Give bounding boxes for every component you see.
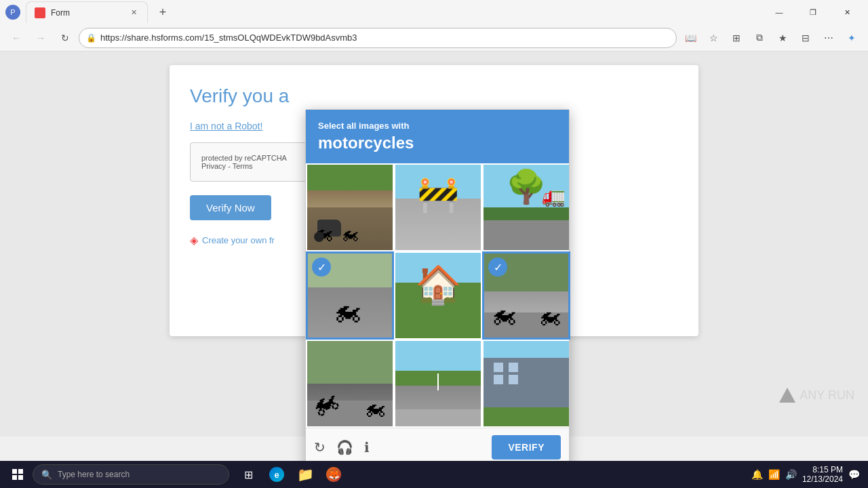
captcha-cell-7[interactable]: [394, 340, 482, 428]
toolbar-buttons: 📖 ☆ ⊞ ⧉ ★ ⊟ ⋯ ✦: [679, 27, 863, 49]
captcha-image-4: 🏠: [395, 253, 481, 338]
captcha-image-5: ✓ 🏍 🏍: [484, 253, 568, 338]
collections-list-button[interactable]: ⊟: [795, 27, 816, 49]
firefox-icon[interactable]: 🦊: [320, 461, 347, 488]
truck-icon: 🚛: [542, 185, 566, 207]
close-button[interactable]: ✕: [831, 0, 863, 24]
verify-now-button[interactable]: Verify Now: [190, 195, 271, 220]
favorites-list-button[interactable]: ★: [772, 27, 793, 49]
search-icon: 🔍: [41, 470, 52, 480]
captcha-image-6: 🏍 🏍: [307, 341, 393, 426]
captcha-subject: motorcycles: [318, 134, 557, 152]
read-aloud-button[interactable]: 📖: [679, 27, 701, 49]
form-card: Verify you a I am not a Robot! protected…: [170, 65, 698, 336]
notification-center-icon[interactable]: 💬: [848, 469, 860, 480]
recaptcha-links: Privacy - Terms: [201, 162, 287, 170]
captcha-image-0: 🏍 🏍: [307, 165, 393, 250]
house-icon: 🏠: [415, 263, 462, 307]
notification-icon: 🔔: [751, 469, 763, 480]
captcha-cell-2[interactable]: 🌳 🚛: [482, 163, 570, 251]
window-2: [509, 363, 518, 372]
windows-logo: [12, 469, 23, 480]
anyrun-watermark: ANY RUN: [779, 388, 854, 403]
tab-close-btn[interactable]: ✕: [128, 7, 139, 18]
back-button[interactable]: ←: [5, 27, 27, 49]
window-1: [494, 363, 503, 372]
selected-check-3: ✓: [312, 258, 331, 277]
captcha-cell-5[interactable]: ✓ 🏍 🏍: [482, 251, 570, 340]
search-placeholder: Type here to search: [58, 470, 130, 479]
captcha-cell-1[interactable]: 🚧: [394, 163, 482, 251]
info-captcha-button[interactable]: ℹ: [364, 439, 370, 455]
taskview-button[interactable]: ⊞: [235, 461, 262, 488]
system-clock: 8:15 PM 12/13/2024: [802, 465, 843, 484]
window-3: [494, 375, 503, 384]
browser-settings-button[interactable]: ⋯: [818, 27, 840, 49]
captcha-cell-0[interactable]: 🏍 🏍: [306, 163, 394, 251]
new-tab-button[interactable]: +: [153, 3, 172, 22]
captcha-image-grid: 🏍 🏍 🚧 🌳 🚛: [306, 163, 569, 428]
win-sq-3: [12, 475, 17, 480]
taskbar-search[interactable]: 🔍 Type here to search: [33, 464, 229, 485]
address-bar[interactable]: 🔒 https://share.hsforms.com/15_stmsOLQqW…: [79, 28, 677, 48]
audio-captcha-button[interactable]: 🎧: [336, 439, 353, 455]
copilot-button[interactable]: ✦: [841, 27, 863, 49]
url-text: https://share.hsforms.com/15_stmsOLQqWDE…: [100, 33, 357, 43]
refresh-captcha-button[interactable]: ↻: [314, 439, 326, 455]
file-explorer-icon[interactable]: 📁: [292, 461, 319, 488]
tree-icon: 🌳: [506, 168, 547, 206]
win-sq-4: [18, 475, 23, 480]
captcha-header: Select all images with motorcycles: [306, 110, 569, 163]
captcha-image-2: 🌳 🚛: [484, 165, 569, 250]
current-date: 12/13/2024: [802, 474, 843, 484]
barrier-icon: 🚧: [417, 175, 459, 214]
captcha-dialog: Select all images with motorcycles 🏍 🏍: [305, 109, 570, 467]
recaptcha-protected-text: protected by reCAPTCHA: [201, 154, 287, 162]
browser-chrome: P Form ✕ + — ❐ ✕ ← → ↻ 🔒 https://share.h…: [0, 0, 868, 52]
recaptcha-text-block: protected by reCAPTCHA Privacy - Terms: [201, 154, 287, 170]
building-windows: [494, 363, 521, 384]
road-line: [437, 373, 439, 390]
captcha-image-1: 🚧: [395, 165, 481, 250]
favorites-button[interactable]: ☆: [703, 27, 724, 49]
terms-link[interactable]: Terms: [233, 162, 253, 170]
create-form-text: Create your own fr: [202, 235, 275, 245]
forward-button[interactable]: →: [30, 27, 52, 49]
captcha-cell-6[interactable]: 🏍 🏍: [306, 340, 394, 428]
refresh-button[interactable]: ↻: [54, 27, 76, 49]
tab-title: Form: [51, 8, 123, 18]
anyrun-triangle-icon: [779, 388, 795, 403]
verify-captcha-button[interactable]: VERIFY: [492, 435, 561, 460]
current-time: 8:15 PM: [802, 465, 843, 474]
win-sq-2: [18, 469, 23, 474]
split-view-button[interactable]: ⧉: [749, 27, 770, 49]
captcha-cell-4[interactable]: 🏠: [394, 251, 482, 340]
taskbar-right-area: 🔔 📶 🔊 8:15 PM 12/13/2024 💬: [746, 465, 865, 484]
tab-favicon: [35, 7, 45, 18]
selected-check-5: ✓: [488, 258, 507, 277]
captcha-image-8: [484, 341, 569, 426]
start-button[interactable]: [3, 461, 33, 488]
anyrun-text: ANY RUN: [800, 388, 854, 403]
captcha-cell-3[interactable]: ✓ 🏍: [306, 251, 394, 340]
user-avatar: P: [5, 5, 20, 20]
motorcycle-icon-5a: 🏍: [491, 300, 517, 329]
edge-taskbar-icon[interactable]: e: [263, 461, 290, 488]
motorcycle-icon-5b: 🏍: [538, 303, 561, 329]
win-sq-1: [12, 469, 17, 474]
taskbar-app-icons: ⊞ e 📁 🦊: [235, 461, 347, 488]
privacy-link[interactable]: Privacy: [201, 162, 226, 170]
page-content: Verify you a I am not a Robot! protected…: [0, 52, 868, 436]
restore-button[interactable]: ❐: [797, 0, 829, 24]
captcha-image-3: ✓ 🏍: [308, 253, 392, 338]
collections-button[interactable]: ⊞: [726, 27, 747, 49]
person-icon-6: 🏍: [364, 396, 386, 421]
select-prefix: Select: [318, 121, 347, 131]
title-bar: P Form ✕ + — ❐ ✕: [0, 0, 868, 24]
with-suffix: with: [389, 121, 410, 131]
form-title: Verify you a: [190, 85, 678, 107]
browser-tab[interactable]: Form ✕: [26, 1, 148, 23]
minimize-button[interactable]: —: [764, 0, 795, 24]
captcha-cell-8[interactable]: [482, 340, 570, 428]
motorcycle-icon-3: 🏍: [333, 295, 361, 327]
